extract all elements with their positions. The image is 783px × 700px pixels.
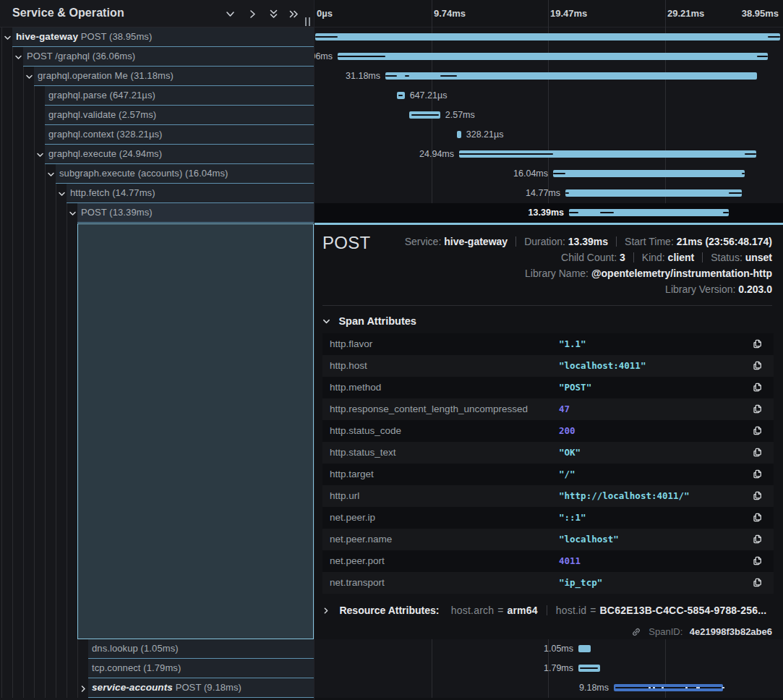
- span-detail-panel: POST Service: hive-gatewayDuration: 13.3…: [315, 223, 783, 639]
- copy-icon[interactable]: [752, 534, 763, 545]
- span-tree-row: subgraph.execute (accounts) (16.04ms): [0, 164, 314, 184]
- span-attributes-title: Span Attributes: [338, 310, 416, 332]
- collapse-span-icon[interactable]: [35, 150, 45, 159]
- span-name-cell[interactable]: subgraph.execute (accounts) (16.04ms): [56, 164, 314, 184]
- timeline-panel: 38.95ms36.06ms31.18ms647.21µs2.57ms328.2…: [315, 0, 783, 700]
- collapse-span-icon[interactable]: [3, 33, 12, 42]
- resource-separator: [547, 605, 547, 615]
- copy-icon[interactable]: [752, 447, 763, 458]
- span-attributes-header[interactable]: Span Attributes: [322, 310, 416, 332]
- span-bar[interactable]: [565, 189, 742, 197]
- span-name-cell[interactable]: http.fetch (14.77ms): [67, 184, 314, 203]
- chevron-right-icon: [322, 600, 330, 621]
- copy-icon[interactable]: [752, 512, 763, 524]
- span-duration-label: 13.39ms: [529, 203, 564, 223]
- timeline-row: 24.94ms: [315, 145, 783, 164]
- span-duration-label: 16.04ms: [513, 164, 548, 184]
- span-name-text: graphql.execute (24.94ms): [45, 145, 314, 163]
- attribute-value: 4011: [559, 550, 581, 572]
- panel-divider[interactable]: [314, 0, 315, 700]
- collapse-span-icon[interactable]: [25, 72, 34, 81]
- child-span-mark: [653, 687, 654, 688]
- span-name-cell[interactable]: service-accounts POST (9.18ms): [88, 678, 314, 698]
- overview-separator: [616, 236, 617, 247]
- span-name-cell[interactable]: dns.lookup (1.05ms): [88, 639, 314, 659]
- overview-label: Library Version:: [665, 283, 738, 295]
- attribute-row: net.transport"ip_tcp": [322, 572, 774, 594]
- attribute-value: "localhost:4011": [559, 355, 646, 377]
- collapse-one-icon[interactable]: [225, 9, 236, 20]
- span-bar[interactable]: [315, 33, 780, 40]
- span-name-text: service-accounts POST (9.18ms): [88, 678, 314, 697]
- resource-attributes-preview: host.arch=arm64host.id=BC62E13B-C4CC-585…: [451, 604, 767, 616]
- overview-label: Child Count:: [561, 252, 620, 263]
- span-bar[interactable]: [338, 53, 768, 60]
- span-bar[interactable]: [457, 131, 461, 138]
- copy-icon[interactable]: [752, 490, 763, 502]
- timeline-row: 38.95ms: [315, 27, 783, 47]
- copy-icon[interactable]: [752, 425, 763, 437]
- copy-icon[interactable]: [752, 338, 763, 350]
- copy-icon[interactable]: [752, 577, 763, 589]
- span-name-text: graphql.context (328.21µs): [45, 125, 314, 144]
- span-name-text: http.fetch (14.77ms): [67, 184, 314, 202]
- attribute-key: net.peer.name: [330, 529, 392, 550]
- span-bar-self-time-mark: [411, 114, 439, 116]
- span-name-cell[interactable]: graphql.parse (647.21µs): [45, 86, 314, 106]
- collapse-span-icon[interactable]: [14, 52, 23, 61]
- span-bar-self-time-mark: [615, 687, 722, 688]
- expand-one-icon[interactable]: [247, 9, 258, 20]
- expand-span-icon[interactable]: [79, 683, 88, 693]
- overview-label: Start Time:: [625, 236, 677, 247]
- attribute-key: http.flavor: [330, 333, 372, 355]
- expand-all-icon[interactable]: [288, 9, 299, 20]
- span-bar-self-time-mark: [338, 56, 385, 57]
- service-operation-title: Service & Operation: [12, 7, 124, 20]
- span-name-cell[interactable]: POST (13.39ms): [77, 203, 314, 223]
- attribute-row: http.host"localhost:4011": [322, 355, 774, 377]
- span-bar-self-time-mark: [600, 212, 614, 213]
- overview-value: hive-gateway: [444, 236, 508, 247]
- overview-line: Library Version: 0.203.0: [405, 281, 772, 297]
- collapse-span-icon[interactable]: [68, 208, 77, 218]
- span-bar[interactable]: [553, 170, 745, 177]
- span-name-cell[interactable]: graphql.execute (24.94ms): [45, 145, 314, 164]
- attribute-row: http.method"POST": [322, 377, 774, 398]
- panel-resize-handle[interactable]: [304, 17, 312, 26]
- span-name-cell[interactable]: graphql.operation Me (31.18ms): [34, 67, 314, 86]
- span-bar-self-time-mark: [385, 75, 397, 77]
- resource-key: host.arch: [451, 605, 494, 616]
- link-icon[interactable]: [631, 627, 641, 637]
- detail-accent-bar: [315, 223, 783, 225]
- span-name-cell[interactable]: POST /graphql (36.06ms): [23, 47, 314, 67]
- span-name-cell[interactable]: graphql.context (328.21µs): [45, 125, 314, 145]
- resource-attributes-row[interactable]: Resource Attributes: host.arch=arm64host…: [322, 599, 774, 621]
- span-bar-self-time-mark: [729, 192, 742, 194]
- span-bar-self-time-mark: [745, 153, 757, 155]
- span-name-text: subgraph.execute (accounts) (16.04ms): [56, 164, 314, 183]
- copy-icon[interactable]: [752, 404, 763, 415]
- resource-equals: =: [497, 605, 503, 616]
- span-name-cell[interactable]: tcp.connect (1.79ms): [88, 659, 314, 678]
- attribute-value: "localhost": [559, 529, 619, 550]
- span-tree-row: graphql.parse (647.21µs): [0, 86, 314, 106]
- span-bar[interactable]: [569, 209, 729, 216]
- copy-icon[interactable]: [752, 360, 763, 372]
- collapse-span-icon[interactable]: [57, 189, 67, 198]
- tick-label: 38.95ms: [742, 8, 779, 19]
- attribute-row: net.peer.port4011: [322, 550, 774, 572]
- copy-icon[interactable]: [752, 555, 763, 567]
- copy-icon[interactable]: [752, 382, 763, 393]
- span-tree-row: hive-gateway POST (38.95ms): [0, 27, 314, 47]
- attribute-row: http.status_code200: [322, 420, 774, 442]
- collapse-all-icon[interactable]: [268, 9, 279, 20]
- span-name-text: graphql.parse (647.21µs): [45, 86, 314, 105]
- span-bar[interactable]: [578, 645, 591, 652]
- collapse-span-icon[interactable]: [46, 169, 56, 179]
- span-name-cell[interactable]: graphql.validate (2.57ms): [45, 106, 314, 125]
- span-name-text: POST (13.39ms): [77, 203, 314, 222]
- span-attributes-table: http.flavor"1.1"http.host"localhost:4011…: [322, 333, 774, 594]
- copy-icon[interactable]: [752, 469, 763, 480]
- span-name-cell[interactable]: hive-gateway POST (38.95ms): [12, 27, 314, 47]
- span-bar-self-time-mark: [440, 75, 458, 77]
